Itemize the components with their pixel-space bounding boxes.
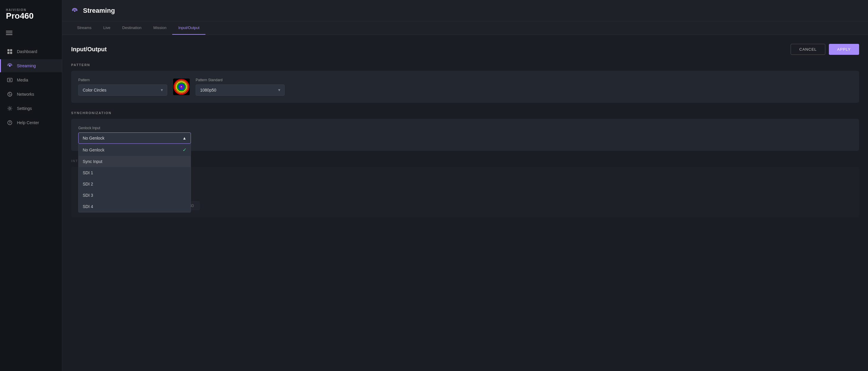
sidebar: HAIVISION Pro460 Dashboard <box>0 0 62 371</box>
sync-section: SYNCHRONIZATION Genlock Input No Genlock… <box>71 111 859 151</box>
genlock-label: Genlock Input <box>78 126 852 130</box>
microphone-slider-row: 🎤 0 100 30 <box>78 201 852 210</box>
tab-input-output[interactable]: Input/Output <box>172 21 206 35</box>
networks-icon <box>7 91 13 97</box>
tab-streams[interactable]: Streams <box>71 21 97 35</box>
dropdown-item-sdi2[interactable]: SDI 2 <box>79 178 191 190</box>
microphone-field-group: Microphone 🎤 0 100 <box>78 190 852 210</box>
svg-rect-2 <box>7 52 9 54</box>
microphone-label: Microphone <box>78 190 852 194</box>
check-icon: ✓ <box>183 147 186 153</box>
tab-live[interactable]: Live <box>97 21 116 35</box>
dropdown-item-sdi1[interactable]: SDI 1 <box>79 167 191 178</box>
sync-section-label: SYNCHRONIZATION <box>71 111 859 115</box>
sidebar-label-settings: Settings <box>17 106 32 111</box>
genlock-select-button[interactable]: No Genlock ▲ <box>78 132 191 144</box>
dropdown-label-sdi2: SDI 2 <box>83 182 93 186</box>
pattern-section: PATTERN Pattern Color Circles Color Bars… <box>71 63 859 103</box>
product-name: Pro460 <box>6 11 56 21</box>
tab-destination[interactable]: Destination <box>116 21 147 35</box>
sidebar-nav: Dashboard Streaming Media <box>0 42 62 371</box>
cancel-button[interactable]: CANCEL <box>790 44 825 55</box>
svg-rect-5 <box>7 78 12 82</box>
sidebar-item-media[interactable]: Media <box>0 73 62 87</box>
header-actions: CANCEL APPLY <box>790 44 859 55</box>
svg-point-4 <box>9 65 11 67</box>
svg-point-6 <box>9 79 11 81</box>
dashboard-icon <box>7 49 13 55</box>
streaming-icon <box>7 63 13 69</box>
dropdown-item-sdi4[interactable]: SDI 4 <box>79 201 191 212</box>
genlock-dropdown: No Genlock ✓ Sync Input SDI 1 SDI 2 <box>78 144 191 213</box>
logo: HAIVISION Pro460 <box>0 0 62 27</box>
pattern-section-label: PATTERN <box>71 63 859 67</box>
sidebar-item-settings[interactable]: Settings <box>0 102 62 115</box>
hamburger-menu[interactable] <box>0 27 62 42</box>
pattern-select-wrapper: Color Circles Color Bars Black White Che… <box>78 85 167 96</box>
dropdown-label-sdi1: SDI 1 <box>83 171 93 175</box>
main-content: Streaming Streams Live Destination Missi… <box>62 0 868 371</box>
dropdown-label-sdi3: SDI 3 <box>83 193 93 198</box>
pattern-standard-select[interactable]: 1080p50 1080p60 720p50 720p60 4Kp30 <box>196 85 285 96</box>
hamburger-icon <box>6 31 56 35</box>
sidebar-label-media: Media <box>17 78 28 82</box>
tabs-bar: Streams Live Destination Mission Input/O… <box>62 21 868 35</box>
page-header: Input/Output CANCEL APPLY <box>71 44 859 55</box>
svg-point-9 <box>9 107 11 109</box>
svg-rect-3 <box>10 52 12 54</box>
sidebar-item-networks[interactable]: Networks <box>0 88 62 101</box>
sidebar-label-streaming: Streaming <box>17 63 36 68</box>
genlock-chevron-icon: ▲ <box>182 136 186 141</box>
dropdown-item-sdi3[interactable]: SDI 3 <box>79 190 191 201</box>
genlock-value: No Genlock <box>83 136 104 141</box>
sidebar-label-networks: Networks <box>17 92 34 97</box>
media-icon <box>7 77 13 83</box>
pattern-select[interactable]: Color Circles Color Bars Black White Che… <box>78 85 167 96</box>
content-area: Input/Output CANCEL APPLY PATTERN Patter… <box>62 35 868 371</box>
topbar-title: Streaming <box>83 7 115 14</box>
topbar-streaming-icon <box>71 7 78 14</box>
sidebar-item-help[interactable]: ? Help Center <box>0 116 62 129</box>
sync-card: Genlock Input No Genlock ▲ No Genlock ✓ <box>71 119 859 151</box>
svg-text:?: ? <box>9 121 11 124</box>
help-icon: ? <box>7 120 13 126</box>
pattern-card: Pattern Color Circles Color Bars Black W… <box>71 71 859 103</box>
genlock-wrapper: No Genlock ▲ No Genlock ✓ Sync Input <box>78 132 191 144</box>
dropdown-label-sync-input: Sync Input <box>83 159 102 164</box>
pattern-standard-select-wrapper: 1080p50 1080p60 720p50 720p60 4Kp30 ▼ <box>196 85 285 96</box>
settings-icon <box>7 105 13 112</box>
dropdown-item-no-genlock[interactable]: No Genlock ✓ <box>79 144 191 156</box>
pattern-field-label: Pattern <box>78 78 167 82</box>
dropdown-item-sync-input[interactable]: Sync Input <box>79 156 191 167</box>
svg-rect-0 <box>7 49 9 51</box>
sidebar-label-help: Help Center <box>17 120 39 125</box>
sidebar-item-streaming[interactable]: Streaming <box>0 59 62 72</box>
svg-rect-1 <box>10 49 12 51</box>
svg-point-12 <box>74 10 75 11</box>
dropdown-label-no-genlock: No Genlock <box>83 148 104 152</box>
svg-point-20 <box>181 86 182 87</box>
sidebar-label-dashboard: Dashboard <box>17 49 37 54</box>
dropdown-label-sdi4: SDI 4 <box>83 204 93 209</box>
page-title: Input/Output <box>71 46 107 53</box>
pattern-row: Pattern Color Circles Color Bars Black W… <box>78 78 852 96</box>
topbar: Streaming <box>62 0 868 21</box>
pattern-standard-field-group: Pattern Standard 1080p50 1080p60 720p50 … <box>196 78 285 96</box>
tab-mission[interactable]: Mission <box>147 21 172 35</box>
apply-button[interactable]: APPLY <box>829 44 859 55</box>
pattern-field-group: Pattern Color Circles Color Bars Black W… <box>78 78 167 96</box>
sidebar-item-dashboard[interactable]: Dashboard <box>0 45 62 58</box>
genlock-field-group: Genlock Input No Genlock ▲ No Genlock ✓ <box>78 126 852 144</box>
pattern-thumbnail <box>173 79 190 95</box>
pattern-standard-label: Pattern Standard <box>196 78 285 82</box>
